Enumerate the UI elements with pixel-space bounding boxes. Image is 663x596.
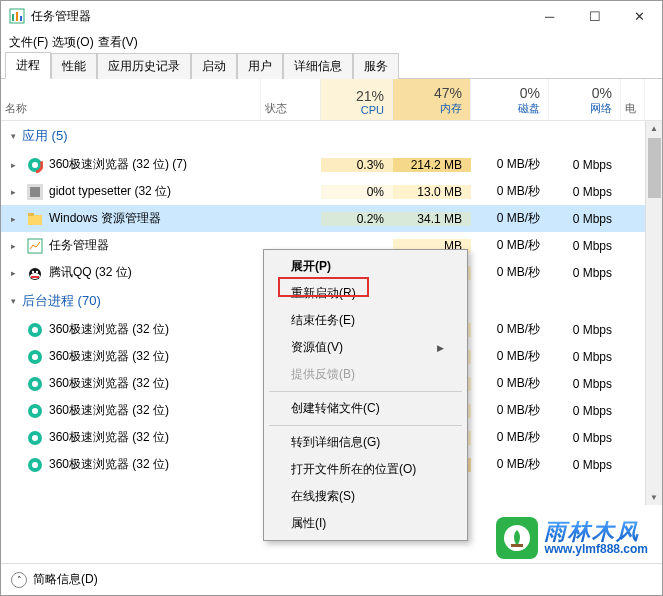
separator bbox=[269, 425, 462, 426]
watermark: 雨林木风 www.ylmf888.com bbox=[496, 517, 648, 559]
tab-users[interactable]: 用户 bbox=[237, 53, 283, 79]
menubar: 文件(F) 选项(O) 查看(V) bbox=[1, 31, 662, 53]
chevron-up-icon[interactable]: ˄ bbox=[11, 572, 27, 588]
svg-point-6 bbox=[32, 162, 38, 168]
ctx-details[interactable]: 转到详细信息(G) bbox=[267, 429, 464, 456]
svg-point-20 bbox=[32, 354, 38, 360]
tab-details[interactable]: 详细信息 bbox=[283, 53, 353, 79]
maximize-button[interactable]: ☐ bbox=[572, 1, 617, 31]
logo-icon bbox=[496, 517, 538, 559]
scrollbar[interactable]: ▲ ▼ bbox=[645, 121, 662, 505]
ctx-dump[interactable]: 创建转储文件(C) bbox=[267, 395, 464, 422]
svg-point-14 bbox=[32, 270, 34, 272]
context-menu: 展开(P) 重新启动(R) 结束任务(E) 资源值(V)▶ 提供反馈(B) 创建… bbox=[263, 249, 468, 541]
scrollbar-thumb[interactable] bbox=[648, 138, 661, 198]
menu-options[interactable]: 选项(O) bbox=[52, 34, 93, 51]
table-row[interactable]: ▸360极速浏览器 (32 位) (7) 0.3%214.2 MB0 MB/秒0… bbox=[1, 151, 662, 178]
browser-icon bbox=[27, 322, 43, 338]
ctx-resource[interactable]: 资源值(V)▶ bbox=[267, 334, 464, 361]
tab-performance[interactable]: 性能 bbox=[51, 53, 97, 79]
svg-rect-1 bbox=[12, 14, 14, 21]
app-icon bbox=[9, 8, 25, 24]
taskmgr-icon bbox=[27, 238, 43, 254]
process-name: 任务管理器 bbox=[49, 237, 109, 254]
section-apps[interactable]: ▾ 应用 (5) bbox=[1, 121, 662, 151]
header-power[interactable]: 电 bbox=[621, 79, 645, 120]
folder-icon bbox=[27, 211, 43, 227]
header-mem[interactable]: 47%内存 bbox=[393, 79, 471, 120]
browser-icon bbox=[27, 349, 43, 365]
scroll-up-icon[interactable]: ▲ bbox=[646, 121, 662, 136]
svg-rect-16 bbox=[31, 276, 39, 278]
chevron-right-icon: ▸ bbox=[11, 241, 21, 251]
process-name: 360极速浏览器 (32 位) bbox=[49, 348, 169, 365]
chevron-right-icon: ▸ bbox=[11, 214, 21, 224]
header-status[interactable]: 状态 bbox=[261, 79, 321, 120]
process-name: gidot typesetter (32 位) bbox=[49, 183, 171, 200]
svg-rect-2 bbox=[16, 12, 18, 21]
header-cpu[interactable]: 21%CPU bbox=[321, 79, 393, 120]
tab-services[interactable]: 服务 bbox=[353, 53, 399, 79]
process-name: 360极速浏览器 (32 位) bbox=[49, 375, 169, 392]
menu-view[interactable]: 查看(V) bbox=[98, 34, 138, 51]
table-row[interactable]: ▸Windows 资源管理器 0.2%34.1 MB0 MB/秒0 Mbps bbox=[1, 205, 662, 232]
menu-file[interactable]: 文件(F) bbox=[9, 34, 48, 51]
titlebar: 任务管理器 ─ ☐ ✕ bbox=[1, 1, 662, 31]
browser-icon bbox=[27, 376, 43, 392]
ctx-openloc[interactable]: 打开文件所在的位置(O) bbox=[267, 456, 464, 483]
svg-rect-10 bbox=[28, 213, 34, 216]
statusbar: ˄ 简略信息(D) bbox=[1, 563, 662, 595]
ctx-endtask[interactable]: 结束任务(E) bbox=[267, 307, 464, 334]
ctx-props[interactable]: 属性(I) bbox=[267, 510, 464, 537]
process-name: 360极速浏览器 (32 位) (7) bbox=[49, 156, 187, 173]
table-row[interactable]: ▸gidot typesetter (32 位) 0%13.0 MB0 MB/秒… bbox=[1, 178, 662, 205]
svg-point-26 bbox=[32, 435, 38, 441]
process-name: 360极速浏览器 (32 位) bbox=[49, 429, 169, 446]
close-button[interactable]: ✕ bbox=[617, 1, 662, 31]
chevron-down-icon: ▾ bbox=[11, 131, 16, 141]
tab-processes[interactable]: 进程 bbox=[5, 52, 51, 79]
ctx-search[interactable]: 在线搜索(S) bbox=[267, 483, 464, 510]
tab-history[interactable]: 应用历史记录 bbox=[97, 53, 191, 79]
chevron-right-icon: ▸ bbox=[11, 187, 21, 197]
chevron-right-icon: ▶ bbox=[437, 343, 444, 353]
ctx-expand[interactable]: 展开(P) bbox=[267, 253, 464, 280]
column-headers: 名称 状态 21%CPU 47%内存 0%磁盘 0%网络 电 bbox=[1, 79, 662, 121]
svg-point-24 bbox=[32, 408, 38, 414]
svg-point-15 bbox=[36, 270, 38, 272]
chevron-right-icon: ▸ bbox=[11, 268, 21, 278]
process-name: Windows 资源管理器 bbox=[49, 210, 161, 227]
chevron-down-icon: ▾ bbox=[11, 296, 16, 306]
header-net[interactable]: 0%网络 bbox=[549, 79, 621, 120]
browser-icon bbox=[27, 403, 43, 419]
scroll-down-icon[interactable]: ▼ bbox=[646, 490, 662, 505]
svg-rect-3 bbox=[20, 16, 22, 21]
process-name: 360极速浏览器 (32 位) bbox=[49, 321, 169, 338]
fewer-details-button[interactable]: 简略信息(D) bbox=[33, 571, 98, 588]
section-bg-label: 后台进程 (70) bbox=[22, 292, 101, 310]
browser-icon bbox=[27, 157, 43, 173]
header-disk[interactable]: 0%磁盘 bbox=[471, 79, 549, 120]
svg-point-28 bbox=[32, 462, 38, 468]
tab-startup[interactable]: 启动 bbox=[191, 53, 237, 79]
svg-point-22 bbox=[32, 381, 38, 387]
svg-rect-30 bbox=[511, 544, 523, 547]
watermark-text: 雨林木风 bbox=[544, 521, 648, 543]
watermark-url: www.ylmf888.com bbox=[544, 543, 648, 555]
browser-icon bbox=[27, 457, 43, 473]
svg-point-18 bbox=[32, 327, 38, 333]
chevron-right-icon: ▸ bbox=[11, 160, 21, 170]
app-icon bbox=[27, 184, 43, 200]
header-name[interactable]: 名称 bbox=[1, 79, 261, 120]
process-name: 360极速浏览器 (32 位) bbox=[49, 456, 169, 473]
svg-rect-9 bbox=[28, 215, 42, 225]
browser-icon bbox=[27, 430, 43, 446]
ctx-feedback: 提供反馈(B) bbox=[267, 361, 464, 388]
svg-rect-8 bbox=[30, 187, 40, 197]
process-name: 腾讯QQ (32 位) bbox=[49, 264, 132, 281]
ctx-restart[interactable]: 重新启动(R) bbox=[267, 280, 464, 307]
minimize-button[interactable]: ─ bbox=[527, 1, 572, 31]
section-apps-label: 应用 (5) bbox=[22, 127, 68, 145]
process-name: 360极速浏览器 (32 位) bbox=[49, 402, 169, 419]
window-title: 任务管理器 bbox=[31, 8, 527, 25]
